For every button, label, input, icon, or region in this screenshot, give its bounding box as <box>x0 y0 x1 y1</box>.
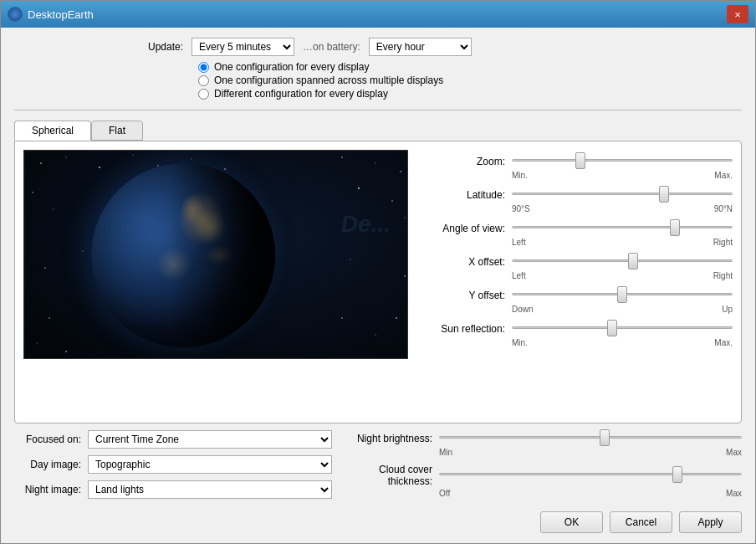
battery-select[interactable]: Every hour Every 5 minutes Every 15 minu… <box>369 38 472 56</box>
svg-point-15 <box>49 317 49 318</box>
yoffset-row: Y offset: Down Up <box>421 287 733 314</box>
focused-on-row: Focused on: Current Time Zone Custom Loc… <box>14 430 332 449</box>
yoffset-area <box>512 287 733 303</box>
main-content: Update: Every 5 minutes Every minute Eve… <box>1 28 755 543</box>
full-content: Spherical Flat <box>14 121 742 533</box>
radio-label-2: One configuration spanned across multipl… <box>214 74 443 86</box>
svg-point-17 <box>65 351 67 352</box>
radio-item-1[interactable]: One configuration for every display <box>198 61 742 73</box>
sun-reflection-min-label: Min. <box>512 338 528 347</box>
sun-reflection-container: Sun reflection: <box>421 321 733 336</box>
selects-group: Focused on: Current Time Zone Custom Loc… <box>14 430 332 499</box>
tab-spherical[interactable]: Spherical <box>14 121 91 141</box>
svg-point-18 <box>341 317 342 318</box>
night-brightness-slider[interactable] <box>439 430 742 444</box>
cloud-cover-range-labels: Off Max <box>349 489 742 498</box>
buttons-row: OK Cancel Apply <box>349 505 742 533</box>
close-button[interactable]: × <box>727 5 748 23</box>
latitude-range-labels: 90°S 90°N <box>421 204 733 213</box>
yoffset-range-labels: Down Up <box>421 305 733 314</box>
svg-point-10 <box>32 192 33 192</box>
yoffset-max-label: Up <box>722 305 733 314</box>
ok-button[interactable]: OK <box>540 511 603 533</box>
night-brightness-label: Night brightness: <box>349 433 439 444</box>
main-window: DesktopEarth × Update: Every 5 minutes E… <box>0 0 756 544</box>
night-brightness-area <box>439 430 742 446</box>
day-image-select[interactable]: Topographic Satellite Political <box>88 455 332 474</box>
night-image-select[interactable]: Land lights None <box>88 480 332 499</box>
angle-max-label: Right <box>713 238 733 247</box>
zoom-container: Zoom: <box>421 153 733 169</box>
svg-point-0 <box>40 162 42 164</box>
update-row: Update: Every 5 minutes Every minute Eve… <box>148 38 742 56</box>
xoffset-slider[interactable] <box>512 254 733 267</box>
radio-label-1: One configuration for every display <box>214 61 369 73</box>
zoom-label: Zoom: <box>421 156 512 167</box>
tabs: Spherical Flat <box>14 121 742 141</box>
update-select[interactable]: Every 5 minutes Every minute Every 15 mi… <box>192 38 294 56</box>
sun-reflection-range-labels: Min. Max. <box>421 338 733 347</box>
zoom-area <box>512 153 733 169</box>
angle-range-labels: Left Right <box>421 238 733 247</box>
latitude-row: Latitude: 90°S 90°N <box>421 187 733 213</box>
angle-row: Angle of view: Left Right <box>421 220 733 247</box>
radio-item-3[interactable]: Different configuration for every displa… <box>198 88 742 100</box>
xoffset-label: X offset: <box>421 256 512 268</box>
yoffset-label: Y offset: <box>421 290 512 301</box>
cloud-cover-min-label: Off <box>439 489 450 498</box>
zoom-row: Zoom: Min. Max. <box>421 153 733 180</box>
zoom-max-label: Max. <box>714 171 733 180</box>
apply-button[interactable]: Apply <box>679 511 742 533</box>
radio-input-1[interactable] <box>198 62 209 73</box>
night-brightness-range-labels: Min Max <box>349 448 742 457</box>
watermark: De... <box>341 211 391 298</box>
top-section: Update: Every 5 minutes Every minute Eve… <box>14 38 742 100</box>
earth-preview: De... <box>23 150 408 359</box>
latitude-slider[interactable] <box>512 187 733 200</box>
angle-slider[interactable] <box>512 220 733 234</box>
svg-point-9 <box>400 171 401 172</box>
latitude-label: Latitude: <box>421 189 512 201</box>
sun-reflection-label: Sun reflection: <box>421 323 512 335</box>
day-image-row: Day image: Topographic Satellite Politic… <box>14 455 332 474</box>
radio-input-3[interactable] <box>198 89 209 100</box>
radio-item-2[interactable]: One configuration spanned across multipl… <box>198 74 742 86</box>
zoom-min-label: Min. <box>512 171 528 180</box>
titlebar-left: DesktopEarth <box>8 7 94 22</box>
svg-point-19 <box>375 334 375 335</box>
night-brightness-max-label: Max <box>726 448 742 457</box>
day-image-label: Day image: <box>14 459 81 470</box>
svg-point-1 <box>65 157 66 157</box>
svg-point-8 <box>375 162 375 163</box>
cloud-cover-slider[interactable] <box>439 468 742 481</box>
svg-point-14 <box>405 218 406 218</box>
svg-point-7 <box>341 157 342 157</box>
angle-label: Angle of view: <box>421 223 512 234</box>
earth-atmosphere <box>91 163 275 347</box>
divider <box>14 110 742 110</box>
earth-globe <box>91 163 275 347</box>
yoffset-min-label: Down <box>512 305 534 314</box>
svg-point-5 <box>192 159 192 160</box>
window-title: DesktopEarth <box>28 8 94 21</box>
xoffset-range-labels: Left Right <box>421 271 733 280</box>
yoffset-container: Y offset: <box>421 287 733 303</box>
focused-on-select[interactable]: Current Time Zone Custom Location <box>88 430 332 449</box>
radio-input-2[interactable] <box>198 75 209 86</box>
xoffset-row: X offset: Left Right <box>421 254 733 280</box>
angle-area <box>512 220 733 236</box>
sun-reflection-slider[interactable] <box>512 321 733 334</box>
cancel-button[interactable]: Cancel <box>610 511 672 533</box>
angle-container: Angle of view: <box>421 220 733 236</box>
update-label: Update: <box>148 41 183 53</box>
tab-flat[interactable]: Flat <box>91 121 143 141</box>
cloud-cover-label: Cloud cover thickness: <box>349 464 439 487</box>
xoffset-max-label: Right <box>713 271 733 280</box>
angle-min-label: Left <box>512 238 526 247</box>
zoom-slider[interactable] <box>512 153 733 167</box>
svg-point-16 <box>36 342 37 343</box>
sun-reflection-area <box>512 321 733 336</box>
yoffset-slider[interactable] <box>512 287 733 300</box>
cloud-cover-max-label: Max <box>726 489 742 498</box>
radio-group: One configuration for every display One … <box>198 61 742 100</box>
